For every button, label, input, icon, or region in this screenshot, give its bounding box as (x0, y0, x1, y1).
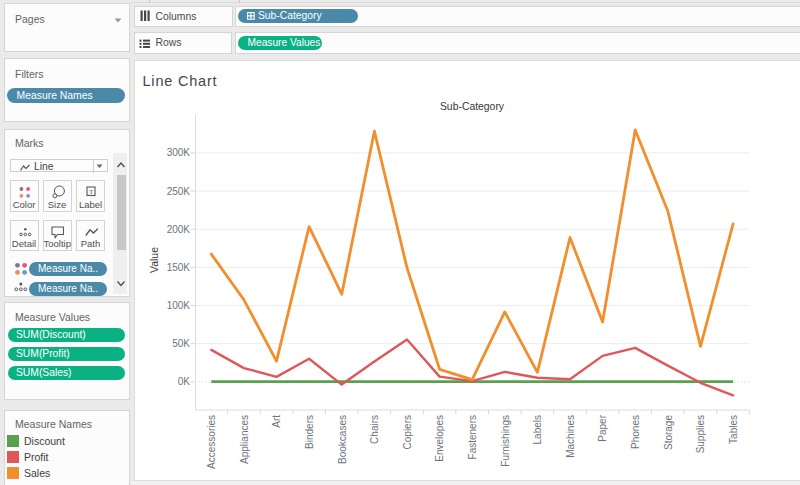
svg-text:Sub-Category: Sub-Category (440, 101, 505, 112)
svg-text:Art: Art (271, 415, 282, 428)
svg-text:Phones: Phones (630, 415, 641, 449)
svg-text:Value: Value (148, 247, 160, 273)
svg-text:150K: 150K (167, 262, 191, 273)
svg-text:Copiers: Copiers (402, 415, 413, 449)
svg-text:Paper: Paper (597, 414, 608, 441)
svg-text:Machines: Machines (565, 415, 576, 458)
svg-text:250K: 250K (167, 186, 191, 197)
svg-text:Fasteners: Fasteners (467, 415, 478, 459)
svg-text:Appliances: Appliances (239, 415, 250, 464)
svg-text:Accessories: Accessories (206, 415, 217, 469)
svg-text:T: T (89, 188, 94, 196)
svg-text:Tables: Tables (728, 415, 739, 444)
svg-text:Bookcases: Bookcases (337, 415, 348, 464)
svg-text:Furnishings: Furnishings (500, 415, 511, 467)
svg-text:Labels: Labels (532, 415, 543, 444)
svg-text:200K: 200K (167, 224, 191, 235)
svg-text:Chairs: Chairs (369, 415, 380, 444)
svg-text:300K: 300K (167, 147, 191, 158)
svg-text:100K: 100K (167, 300, 191, 311)
svg-text:Storage: Storage (663, 415, 674, 450)
svg-text:50K: 50K (172, 338, 190, 349)
svg-text:Binders: Binders (304, 415, 315, 449)
svg-text:0K: 0K (178, 376, 191, 387)
svg-text:Envelopes: Envelopes (434, 415, 445, 462)
svg-text:Supplies: Supplies (695, 415, 706, 453)
